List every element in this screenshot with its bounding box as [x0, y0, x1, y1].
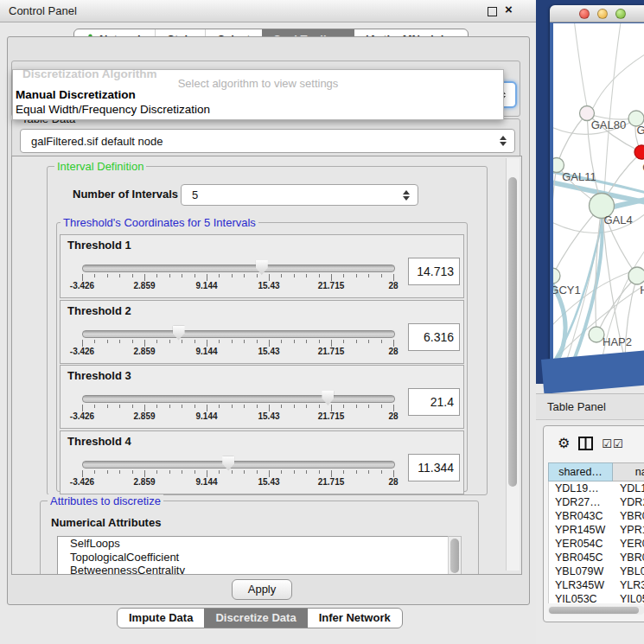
cell-name: YDL19 [614, 481, 644, 495]
network-edge[interactable] [625, 276, 637, 361]
slider-track[interactable] [82, 265, 395, 272]
table-row[interactable]: YPR145WYPR14 [549, 523, 644, 537]
column-header-name[interactable]: name [613, 462, 644, 481]
network-canvas[interactable]: GAL80GACGAL11GAL4GCY1HHAP2 [553, 23, 644, 365]
attributes-group-label: Attributes to discretize [48, 494, 163, 507]
attribute-list-item[interactable]: TopologicalCoefficient [58, 551, 449, 564]
slider-thumb[interactable] [222, 456, 234, 471]
network-node-red[interactable] [634, 145, 644, 159]
num-intervals-label: Number of Intervals [73, 188, 178, 201]
network-node-label: H [640, 284, 644, 296]
table-row[interactable]: YBR043CYBR04 [549, 509, 644, 523]
attribute-list-item[interactable]: SelfLoops [58, 537, 449, 551]
slider-track[interactable] [82, 395, 395, 403]
close-traffic-light-icon[interactable] [579, 9, 590, 19]
cell-shared-name: YBR045C [549, 551, 614, 564]
slider-thumb[interactable] [173, 326, 185, 341]
checkboxes-icon[interactable]: ☑☑ [602, 437, 623, 450]
scrollbar-thumb[interactable] [508, 177, 517, 487]
network-node-label: GAL4 [603, 214, 632, 226]
thresholds-group: Threshold's Coordinates for 5 Intervals … [56, 222, 468, 492]
threshold-value-field[interactable]: 21.4 [408, 388, 460, 416]
network-window-titlebar [550, 5, 644, 22]
scrollbar-thumb[interactable] [549, 607, 639, 614]
cell-name: YPR14 [614, 523, 644, 537]
table-row[interactable]: YBL079WYBL07 [549, 564, 644, 578]
threshold-row-3: Threshold 3-3.4262.8599.14415.4321.71528… [60, 365, 464, 429]
threshold-label: Threshold 3 [67, 369, 131, 382]
table-horizontal-scrollbar[interactable] [548, 606, 644, 615]
network-view-window: GAL80GACGAL11GAL4GCY1HHAP2 [550, 5, 644, 382]
cell-name: YIL05 [614, 592, 644, 603]
cyni-bottom-tabbar: Impute DataDiscretize DataInfer Network [117, 608, 403, 628]
cell-shared-name: YBL079W [549, 564, 614, 578]
column-header-shared-name[interactable]: shared… [548, 462, 613, 481]
threshold-label: Threshold 4 [67, 435, 131, 448]
table-row[interactable]: YIL053CYIL05 [549, 592, 644, 603]
spinner-arrows-icon [402, 190, 410, 201]
cell-shared-name: YBR043C [549, 509, 614, 523]
network-node-label: GAL11 [562, 170, 596, 183]
cell-name: YBR04 [614, 551, 644, 564]
slider-thumb[interactable] [322, 391, 334, 405]
dropdown-option-manual[interactable]: Manual Discretization [16, 88, 136, 101]
tab-infer-network[interactable]: Infer Network [308, 609, 402, 628]
table-panel-title: Table Panel [547, 400, 606, 413]
slider-tick-labels: -3.4262.8599.14415.4321.71528 [82, 281, 393, 293]
threshold-value-field[interactable]: 11.344 [408, 454, 460, 481]
minimize-traffic-light-icon[interactable] [597, 9, 608, 19]
slider-track[interactable] [82, 330, 395, 338]
attributes-group: Attributes to discretize Numerical Attri… [40, 501, 479, 575]
dropdown-option-equal-width[interactable]: Equal Width/Frequency Discretization [16, 103, 210, 116]
table-row[interactable]: YDL19…YDL19 [549, 481, 644, 495]
table-data-combo[interactable]: galFiltered.sif default node [20, 129, 515, 153]
numerical-attributes-label: Numerical Attributes [51, 516, 161, 529]
apply-button[interactable]: Apply [232, 579, 292, 600]
threshold-value-field[interactable]: 6.316 [408, 323, 460, 351]
tab-discretize-data[interactable]: Discretize Data [204, 609, 307, 628]
algorithm-dropdown-popup: Discretization Algorithm Select algorith… [12, 69, 504, 120]
table-row[interactable]: YDR27…YDR27 [549, 495, 644, 509]
cell-shared-name: YLR345W [549, 578, 614, 592]
app-root: Control Panel × NetworkStyleSelectCyni T… [0, 0, 644, 644]
table-row[interactable]: YER054CYER05 [549, 537, 644, 551]
network-node-h[interactable] [628, 267, 644, 284]
threshold-row-4: Threshold 4-3.4262.8599.14415.4321.71528… [60, 430, 464, 494]
threshold-value-field[interactable]: 14.713 [408, 258, 460, 285]
num-intervals-combo[interactable]: 5 [181, 184, 418, 206]
gear-icon[interactable]: ⚙ [558, 437, 570, 450]
attribute-list-item[interactable]: BetweennessCentrality [58, 564, 449, 575]
slider-track[interactable] [82, 461, 395, 469]
node-table: shared… name YDL19…YDL19YDR27…YDR27YBR04… [548, 462, 644, 603]
network-node-gcy1[interactable] [553, 268, 560, 284]
right-column: GAL80GACGAL11GAL4GCY1HHAP2 Table Panel ⚙… [536, 0, 644, 644]
table-panel: ⚙ ☑☑ shared… name YDL19…YDL19YDR27…YDR27… [543, 425, 644, 622]
slider-thumb[interactable] [256, 260, 268, 275]
float-window-icon[interactable] [488, 7, 497, 16]
threshold-rows: Threshold 1-3.4262.8599.14415.4321.71528… [60, 234, 464, 494]
network-node-label: GA [637, 124, 644, 137]
tab-impute-data[interactable]: Impute Data [118, 609, 204, 628]
cell-name: YBL07 [614, 564, 644, 578]
table-body[interactable]: YDL19…YDL19YDR27…YDR27YBR043CYBR04YPR145… [548, 481, 644, 603]
interval-definition-label: Interval Definition [54, 160, 146, 173]
cell-shared-name: YDL19… [549, 481, 614, 495]
close-icon[interactable]: × [505, 2, 513, 16]
spinner-arrows-icon [499, 136, 507, 146]
threshold-row-2: Threshold 2-3.4262.8599.14415.4321.71528… [60, 300, 464, 364]
table-row[interactable]: YBR045CYBR04 [549, 551, 644, 564]
table-data-combo-value: galFiltered.sif default node [21, 135, 499, 148]
scrollbar-thumb[interactable] [450, 539, 459, 573]
columns-icon[interactable] [578, 437, 593, 450]
numerical-attributes-list[interactable]: SelfLoopsTopologicalCoefficientBetweenne… [57, 536, 450, 575]
table-panel-header: Table Panel [536, 393, 644, 420]
num-intervals-value: 5 [182, 188, 402, 201]
table-header-row: shared… name [548, 462, 644, 481]
cell-name: YER05 [614, 537, 644, 551]
panel-scrollbar[interactable] [506, 158, 520, 571]
thresholds-group-label: Threshold's Coordinates for 5 Intervals [61, 216, 258, 229]
zoom-traffic-light-icon[interactable] [615, 9, 626, 19]
attributes-list-scrollbar[interactable] [448, 536, 462, 575]
network-edge[interactable] [557, 113, 587, 165]
table-row[interactable]: YLR345WYLR34 [549, 578, 644, 592]
